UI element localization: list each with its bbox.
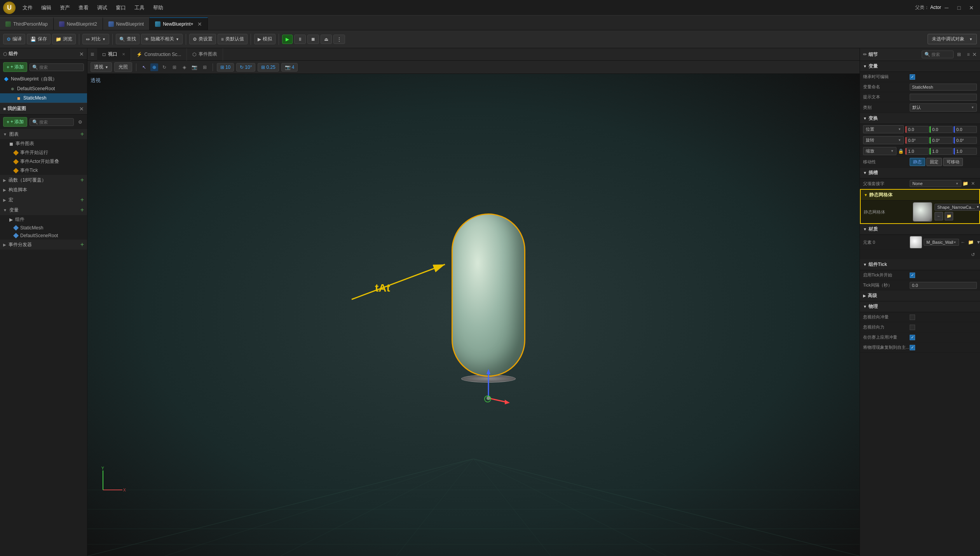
pause-button[interactable]: ⏸ xyxy=(294,35,306,44)
physics-header[interactable]: ▼ 物理 xyxy=(860,301,980,312)
rotate-mode-icon[interactable]: ↻ xyxy=(160,63,168,71)
inheritable-checkbox[interactable] xyxy=(910,74,915,80)
find-button[interactable]: 🔍 查找 xyxy=(116,34,140,44)
event-tick-item[interactable]: 事件Tick xyxy=(0,166,87,175)
material-use-selection-icon[interactable]: ← xyxy=(959,238,967,246)
menu-debug[interactable]: 调试 xyxy=(93,3,111,13)
play-button[interactable]: ▶ xyxy=(282,35,293,44)
scale-x-input[interactable] xyxy=(905,148,929,155)
components-search-input[interactable] xyxy=(39,65,81,70)
socket-clear-icon[interactable]: ✕ xyxy=(969,180,977,187)
details-grid-icon[interactable]: ⊞ xyxy=(955,51,963,58)
tab-close-button[interactable]: ✕ xyxy=(197,21,202,27)
camera-icon[interactable]: 📷 xyxy=(191,63,199,71)
functions-add-icon[interactable]: + xyxy=(80,177,84,184)
socket-props-header[interactable]: ▼ 插槽 xyxy=(860,168,980,178)
event-graph-item[interactable]: ◼ 事件图表 xyxy=(0,139,87,148)
tick-interval-input[interactable] xyxy=(910,282,977,289)
viewport-tab-construction[interactable]: ⚡ Construction Sc... xyxy=(131,48,187,61)
rotation-x-input[interactable] xyxy=(905,137,929,144)
event-dispatcher-add-icon[interactable]: + xyxy=(80,241,84,248)
shading-mode-button[interactable]: 光照 xyxy=(114,62,132,72)
hide-unrelated-button[interactable]: 👁 隐藏不相关 ▼ xyxy=(141,34,183,44)
scale-z-input[interactable] xyxy=(954,148,977,155)
mobility-movable-button[interactable]: 可移动 xyxy=(943,158,963,166)
static-mesh-props-header[interactable]: ▼ 静态网格体 xyxy=(861,190,979,201)
viewport-close-icon[interactable]: ✕ xyxy=(122,52,125,56)
menu-file[interactable]: 文件 xyxy=(19,3,37,13)
ignore-radial-force-checkbox[interactable] xyxy=(910,325,915,330)
details-filter-icon[interactable]: ≡ xyxy=(964,51,972,58)
position-z-input[interactable] xyxy=(954,126,977,133)
menu-window[interactable]: 窗口 xyxy=(112,3,130,13)
menu-help[interactable]: 帮助 xyxy=(149,3,167,13)
default-scene-root-variable-item[interactable]: DefaultSceneRoot xyxy=(0,232,87,240)
viewport-menu-icon[interactable]: ≡ xyxy=(87,51,97,58)
variables-add-icon[interactable]: + xyxy=(80,206,84,213)
variables-props-header[interactable]: ▼ 变量 xyxy=(860,61,980,72)
grid-icon[interactable]: ⊞ xyxy=(201,63,209,71)
start-with-tick-checkbox[interactable] xyxy=(910,273,915,278)
scale-mode-icon[interactable]: ⊞ xyxy=(171,63,178,71)
simulate-button[interactable]: ▶ 模拟 xyxy=(254,34,276,44)
socket-browse-icon[interactable]: 📁 xyxy=(961,180,969,187)
details-search-input[interactable] xyxy=(931,52,951,57)
material-props-header[interactable]: ▼ 材质 xyxy=(860,224,980,235)
angle-snap-indicator[interactable]: ↻ 10° xyxy=(236,63,255,72)
select-mode-icon[interactable]: ↖ xyxy=(140,63,148,71)
camera-speed-indicator[interactable]: 📷 4 xyxy=(281,63,298,72)
material-more-icon[interactable]: ▼ xyxy=(975,238,980,246)
parent-socket-dropdown[interactable]: None xyxy=(910,180,961,187)
my-blueprints-close[interactable]: ✕ xyxy=(79,106,84,112)
event-dispatcher-header[interactable]: ▶ 事件分发器 + xyxy=(0,240,87,250)
ignore-radial-impulse-checkbox[interactable] xyxy=(910,315,915,320)
compile-button[interactable]: ⚙ 编译 xyxy=(3,34,25,44)
blueprints-search-input[interactable] xyxy=(39,120,71,124)
viewport-tab-viewport[interactable]: □ 视口 ✕ xyxy=(97,48,131,61)
minimize-button[interactable]: ─ xyxy=(941,2,952,13)
more-options-button[interactable]: ⋮ xyxy=(333,35,345,44)
menu-view[interactable]: 查看 xyxy=(75,3,92,13)
position-x-input[interactable] xyxy=(905,126,929,133)
category-dropdown[interactable]: 默认 xyxy=(910,103,977,112)
components-variable-group[interactable]: ▶ 组件 xyxy=(0,215,87,224)
event-begin-play-item[interactable]: 事件开始运行 xyxy=(0,148,87,157)
close-button[interactable]: ✕ xyxy=(966,2,977,13)
material-reset-icon[interactable]: ↺ xyxy=(969,251,977,259)
menu-tools[interactable]: 工具 xyxy=(131,3,148,13)
construction-script-header[interactable]: ▶ 构造脚本 xyxy=(0,185,87,195)
components-panel-close[interactable]: ✕ xyxy=(79,51,84,57)
details-search-box[interactable]: 🔍 xyxy=(922,51,954,58)
event-actor-overlap-item[interactable]: 事件Actor开始重叠 xyxy=(0,157,87,166)
rotation-mode-dropdown[interactable]: 旋转 xyxy=(863,136,904,144)
mesh-browse-button[interactable]: 📁 xyxy=(945,212,953,220)
components-search-box[interactable]: 🔍 xyxy=(30,63,84,71)
rotation-y-input[interactable] xyxy=(929,137,953,144)
position-mode-dropdown[interactable]: 位置 xyxy=(863,125,904,133)
grid-snap-indicator[interactable]: ⊞ 10 xyxy=(217,63,234,72)
component-tick-header[interactable]: ▼ 组件Tick xyxy=(860,259,980,270)
material-dropdown[interactable]: M_Basic_Wall xyxy=(924,239,959,246)
advanced-header[interactable]: ▶ 高级 xyxy=(860,290,980,301)
replicate-physics-checkbox[interactable] xyxy=(910,345,915,350)
add-component-button[interactable]: + + 添加 xyxy=(3,62,27,72)
apply-impulse-checkbox[interactable] xyxy=(910,335,915,340)
rotation-z-input[interactable] xyxy=(954,137,977,144)
diff-button[interactable]: ⇔ 对比 ▼ xyxy=(82,34,109,44)
mesh-name-dropdown[interactable]: Shape_NarrowCa... ▼ xyxy=(935,204,980,211)
macro-add-icon[interactable]: + xyxy=(80,196,84,203)
debug-target-dropdown[interactable]: 未选中调试对象 ▼ xyxy=(928,34,977,44)
graph-add-icon[interactable]: + xyxy=(80,131,84,138)
scale-mode-dropdown[interactable]: 缩放 xyxy=(863,147,896,155)
graph-section-header[interactable]: ▼ 图表 + xyxy=(0,129,87,139)
blueprints-search-box[interactable]: 🔍 xyxy=(30,118,74,126)
maximize-button[interactable]: □ xyxy=(954,2,964,13)
mesh-use-selection-button[interactable]: ← xyxy=(935,212,943,220)
tree-item-default-scene-root[interactable]: ⊕ DefaultSceneRoot xyxy=(0,84,87,93)
tree-item-static-mesh[interactable]: ◼ StaticMesh xyxy=(0,93,87,103)
view-mode-dropdown[interactable]: 透视 ▼ xyxy=(91,62,112,72)
class-defaults-button[interactable]: ≡ 类默认值 xyxy=(218,34,248,44)
scale-y-input[interactable] xyxy=(929,148,953,155)
transform-props-header[interactable]: ▼ 变换 xyxy=(860,113,980,124)
mobility-stationary-button[interactable]: 固定 xyxy=(926,158,942,166)
